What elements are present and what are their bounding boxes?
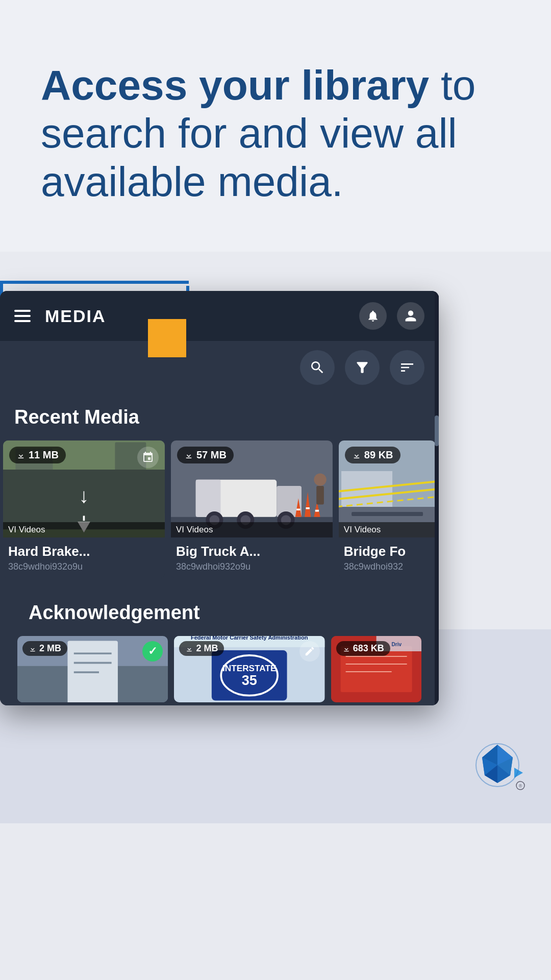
search-icon (309, 359, 325, 376)
acknowledgement-grid: 2 MB ✓ Federal Motor Carrier Safety Admi… (14, 633, 424, 705)
media-card-sub-2: 38c9wdhoi932o9u (176, 561, 328, 572)
search-filter-bar (0, 341, 439, 396)
svg-text:Driv: Driv (391, 642, 402, 647)
svg-rect-33 (352, 512, 423, 516)
checkmark-icon: ✓ (148, 645, 157, 658)
ack-size-badge-2: 2 MB (179, 641, 224, 656)
edit-icon (304, 646, 315, 657)
hero-title: Access your library to search for and vi… (41, 61, 510, 206)
hero-section: Access your library to search for and vi… (0, 0, 551, 252)
media-card-title-2: Big Truck A... (176, 544, 328, 559)
svg-text:INTERSTATE: INTERSTATE (222, 663, 277, 673)
media-card-body-2: Big Truck A... 38c9wdhoi932o9u (171, 537, 333, 578)
ack-size-badge-1: 2 MB (22, 641, 67, 656)
media-card-title-1: Hard Brake... (8, 544, 160, 559)
media-thumbnail-3: 89 KB VI Videos (339, 440, 436, 537)
media-card-sub-3: 38c9wdhoi932 (344, 561, 431, 572)
hamburger-line (14, 310, 31, 312)
ack-card-2[interactable]: Federal Motor Carrier Safety Administrat… (174, 636, 324, 702)
svg-rect-2 (74, 480, 93, 483)
ack-size-badge-3: 683 KB (336, 641, 390, 656)
bell-icon (366, 309, 380, 323)
app-title: MEDIA (45, 306, 106, 326)
svg-text:Federal Motor Carrier Safety A: Federal Motor Carrier Safety Administrat… (191, 636, 308, 641)
ack-card-3[interactable]: Driv 683 KB (331, 636, 421, 702)
filter-icon (354, 359, 370, 376)
notifications-button[interactable] (359, 302, 387, 330)
media-card-big-truck[interactable]: 57 MB VI Videos Big Truck A... 38c9wdhoi… (171, 440, 333, 578)
ack-card-1[interactable]: 2 MB ✓ (17, 636, 168, 702)
media-category-1: VI Videos (3, 522, 165, 537)
hamburger-line (14, 320, 31, 322)
media-card-bridge[interactable]: 89 KB VI Videos Bridge Fo 38c9wdhoi932 (339, 440, 436, 578)
orange-square-accent (148, 319, 186, 357)
media-category-2: VI Videos (171, 522, 333, 537)
media-card-sub-1: 38c9wdhoi932o9u (8, 561, 160, 572)
media-size-badge-1: 11 MB (9, 447, 66, 463)
download-icon (185, 645, 193, 653)
media-grid: 11 MB VI Videos Hard Brake... 38c9wdhoi9… (0, 437, 439, 581)
media-thumbnail-1: 11 MB VI Videos (3, 440, 165, 537)
media-size-3: 89 KB (364, 449, 393, 461)
ack-size-3: 683 KB (353, 643, 384, 654)
search-button[interactable] (300, 350, 335, 385)
media-card-body-1: Hard Brake... 38c9wdhoi932o9u (3, 537, 165, 578)
header-right (359, 302, 424, 330)
media-type-icon-1 (137, 447, 159, 468)
ack-thumb-3: Driv 683 KB (331, 636, 421, 702)
video-clip-icon (142, 451, 154, 463)
app-header: MEDIA (0, 291, 439, 341)
acknowledgement-title: Acknowledgement (14, 592, 424, 633)
media-card-body-3: Bridge Fo 38c9wdhoi932 (339, 537, 436, 578)
download-icon (16, 451, 26, 460)
filter-button[interactable] (345, 350, 380, 385)
header-left: MEDIA (14, 306, 106, 326)
hamburger-menu-button[interactable] (14, 310, 31, 322)
person-icon (404, 309, 417, 323)
recent-media-title: Recent Media (0, 396, 439, 437)
svg-point-25 (314, 474, 326, 486)
download-icon (29, 645, 37, 653)
svg-text:®: ® (519, 783, 522, 789)
hamburger-line (14, 315, 31, 317)
sort-icon (399, 359, 415, 376)
ack-thumb-1: 2 MB ✓ (17, 636, 168, 702)
media-size-badge-2: 57 MB (177, 447, 234, 463)
svg-text:35: 35 (242, 672, 257, 688)
company-logo: ® (469, 740, 525, 796)
media-category-3: VI Videos (339, 522, 436, 537)
logo-container: ® (469, 740, 525, 798)
media-thumbnail-2: 57 MB VI Videos (171, 440, 333, 537)
download-icon (352, 451, 361, 460)
user-profile-button[interactable] (397, 302, 424, 330)
media-card-hard-brake[interactable]: 11 MB VI Videos Hard Brake... 38c9wdhoi9… (3, 440, 165, 578)
svg-rect-26 (316, 486, 324, 505)
sort-button[interactable] (390, 350, 424, 385)
download-icon (342, 645, 350, 653)
ack-size-2: 2 MB (196, 643, 218, 654)
app-scrollbar[interactable] (435, 291, 439, 705)
scrollbar-thumb[interactable] (435, 415, 439, 446)
svg-rect-11 (196, 480, 221, 517)
media-size-1: 11 MB (29, 449, 59, 461)
app-mockup: MEDIA (0, 291, 439, 705)
ack-thumb-2: Federal Motor Carrier Safety Administrat… (174, 636, 324, 702)
svg-rect-1 (3, 474, 165, 530)
ack-size-1: 2 MB (39, 643, 61, 654)
media-size-badge-3: 89 KB (345, 447, 400, 463)
pencil-badge-2 (299, 641, 320, 662)
media-card-title-3: Bridge Fo (344, 544, 431, 559)
download-icon (184, 451, 193, 460)
svg-rect-3 (74, 489, 93, 492)
acknowledgement-section: Acknowledgement (0, 581, 439, 705)
media-size-2: 57 MB (196, 449, 227, 461)
